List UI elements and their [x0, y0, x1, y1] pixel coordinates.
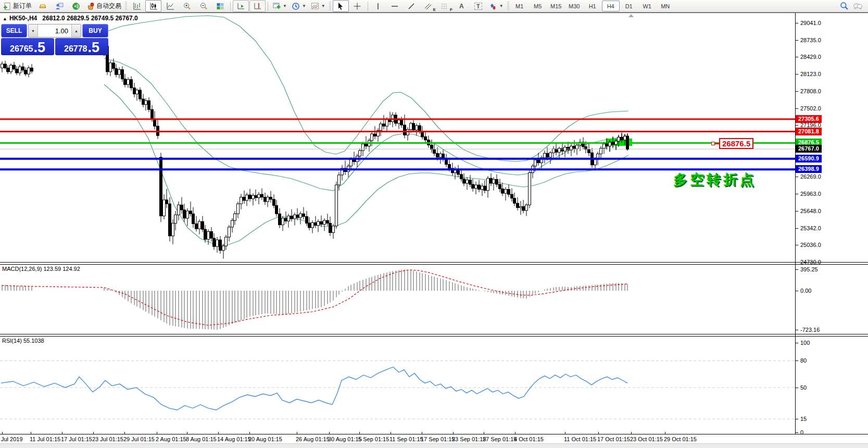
mt4-window: 新订单 自动交易: [0, 0, 868, 448]
time-tick-mark: [31, 432, 31, 434]
time-tick-mark: [187, 432, 187, 434]
time-tick-mark: [453, 432, 454, 434]
time-tick-mark: [359, 432, 360, 434]
time-tick-mark: [2, 432, 3, 434]
time-tick-label: 11 Jul 01:15: [30, 436, 60, 442]
time-tick-label: 17 Jul 01:15: [61, 436, 92, 442]
time-tick-label: 8 Aug 01:15: [186, 436, 217, 442]
time-tick-mark: [391, 432, 391, 434]
time-tick-label: 17 Sep 01:15: [421, 436, 455, 442]
time-tick-mark: [62, 432, 62, 434]
time-tick-label: Jul 2019: [1, 436, 23, 442]
time-tick-label: 29 Oct 01:15: [664, 436, 697, 442]
time-tick-label: 27 Sep 01:15: [483, 436, 517, 442]
time-tick-label: 5 Sep 01:15: [358, 436, 389, 442]
time-tick-mark: [665, 432, 665, 434]
time-tick-label: 26 Aug 01:15: [296, 436, 330, 442]
time-tick-mark: [565, 432, 565, 434]
time-tick-label: 29 Jul 01:15: [123, 436, 155, 442]
time-tick-mark: [157, 432, 157, 434]
time-tick-label: 17 Oct 01:15: [597, 436, 630, 442]
time-tick-mark: [124, 432, 125, 434]
time-tick-label: 11 Sep 01:15: [389, 436, 423, 442]
time-tick-label: 4 Oct 01:15: [514, 436, 544, 442]
bottom-strip: [0, 443, 868, 448]
time-tick-mark: [515, 432, 515, 434]
time-tick-label: 20 Aug 01:15: [248, 436, 282, 442]
time-tick-label: 11 Oct 01:15: [564, 436, 596, 442]
time-tick-mark: [484, 432, 484, 434]
time-tick-mark: [598, 432, 599, 434]
time-tick-label: 2 Aug 01:15: [156, 436, 186, 442]
time-tick-mark: [297, 432, 297, 434]
time-tick-label: 23 Jul 01:15: [92, 436, 123, 442]
time-tick-mark: [249, 432, 250, 434]
time-tick-mark: [329, 432, 330, 434]
time-tick-mark: [93, 432, 94, 434]
time-tick-mark: [631, 432, 632, 434]
time-tick-mark: [422, 432, 422, 434]
time-tick-label: 23 Oct 01:15: [630, 436, 663, 442]
time-tick-label: 30 Aug 01:15: [328, 436, 362, 442]
time-tick-label: 14 Aug 01:15: [217, 436, 251, 442]
time-tick-label: 23 Sep 01:15: [452, 436, 486, 442]
time-tick-mark: [218, 432, 219, 434]
time-axis: Jul 201911 Jul 01:1517 Jul 01:1523 Jul 0…: [0, 0, 868, 448]
